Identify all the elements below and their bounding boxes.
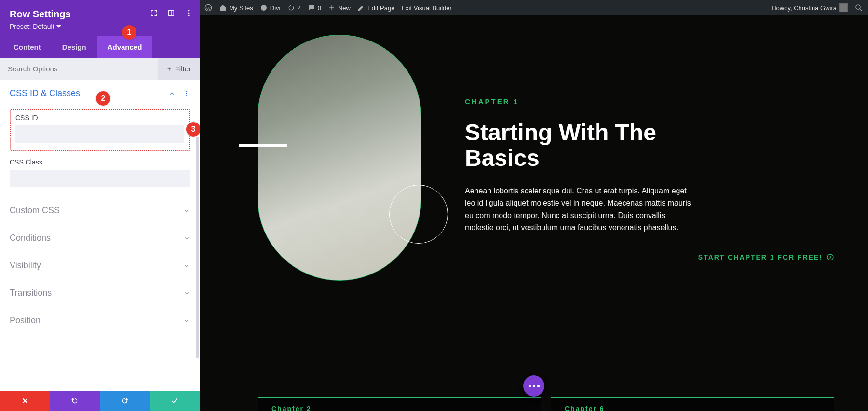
svg-point-0 — [188, 10, 190, 11]
accent-bar — [239, 144, 287, 147]
css-class-input[interactable] — [10, 170, 190, 187]
howdy-user[interactable]: Howdy, Christina Gwira — [772, 3, 848, 12]
main-area: My Sites Divi 2 0 New Edit Page Exit Vis… — [200, 0, 868, 411]
section-position[interactable]: Position — [0, 307, 200, 334]
chevron-down-icon — [56, 25, 61, 28]
hero-image — [258, 35, 421, 281]
cancel-button[interactable] — [0, 391, 50, 411]
undo-button[interactable] — [50, 391, 100, 411]
refresh-icon — [287, 4, 295, 12]
annotation-1: 1 — [122, 25, 136, 40]
kebab-icon[interactable] — [184, 9, 193, 17]
search-bar: Filter — [0, 58, 200, 80]
svg-point-3 — [186, 91, 187, 92]
settings-tabs: Content Design Advanced — [0, 36, 200, 58]
arrow-right-circle-icon — [827, 253, 834, 261]
card-chapter-2[interactable]: Chapter 2 — [258, 397, 541, 411]
pencil-icon — [357, 4, 365, 12]
exit-visual-builder[interactable]: Exit Visual Builder — [401, 4, 452, 12]
svg-point-4 — [186, 93, 187, 94]
close-icon — [21, 397, 29, 405]
cta-link[interactable]: START CHAPTER 1 FOR FREE! — [698, 253, 834, 261]
check-icon — [170, 397, 179, 405]
hero-section: CHAPTER 1 Starting With The Basics Aenea… — [258, 35, 834, 281]
svg-point-1 — [188, 13, 190, 14]
expand-icon[interactable] — [149, 9, 158, 17]
css-id-input[interactable] — [15, 125, 184, 143]
chapter-cards: Chapter 2 Chapter 6 — [258, 397, 834, 411]
css-id-label: CSS ID — [15, 114, 184, 122]
comments-link[interactable]: 0 — [308, 4, 321, 12]
divi-icon — [260, 4, 268, 12]
accent-ring — [389, 185, 448, 244]
chevron-down-icon — [183, 262, 190, 269]
new-link[interactable]: New — [328, 4, 351, 12]
chevron-up-icon — [169, 90, 176, 97]
plus-icon — [328, 4, 336, 12]
search-input[interactable] — [0, 58, 158, 80]
kebab-icon[interactable] — [183, 90, 190, 97]
svg-point-5 — [186, 95, 187, 96]
wp-admin-bar: My Sites Divi 2 0 New Edit Page Exit Vis… — [200, 0, 868, 15]
filter-button[interactable]: Filter — [158, 58, 200, 80]
tab-design[interactable]: Design — [52, 36, 97, 58]
tab-content[interactable]: Content — [0, 36, 52, 58]
svg-point-8 — [856, 5, 860, 9]
redo-icon — [121, 397, 129, 405]
home-icon — [219, 4, 227, 12]
page-canvas: CHAPTER 1 Starting With The Basics Aenea… — [200, 15, 868, 411]
sections-list: CSS ID & Classes 2 CSS ID 3 CSS Class Cu… — [0, 80, 200, 391]
redo-button[interactable] — [100, 391, 150, 411]
wordpress-icon — [204, 4, 212, 12]
card-chapter-6[interactable]: Chapter 6 — [551, 397, 834, 411]
chapter-label: CHAPTER 1 — [465, 97, 834, 106]
headline: Starting With The Basics — [465, 120, 834, 171]
tab-advanced[interactable]: Advanced — [97, 36, 153, 58]
annotation-2: 2 — [96, 91, 110, 106]
preset-selector[interactable]: Preset: Default — [10, 23, 190, 30]
responsive-icon[interactable] — [167, 9, 176, 17]
svg-point-9 — [827, 254, 833, 260]
comment-icon — [308, 4, 315, 12]
hero-text: CHAPTER 1 Starting With The Basics Aenea… — [465, 35, 834, 261]
save-button[interactable] — [150, 391, 200, 411]
builder-fab[interactable] — [523, 375, 544, 397]
wp-logo[interactable] — [204, 4, 212, 12]
search-icon[interactable] — [854, 3, 863, 12]
section-body-css-id: CSS ID 3 CSS Class — [0, 109, 200, 197]
scrollbar[interactable] — [196, 137, 199, 358]
svg-point-2 — [188, 15, 190, 16]
divi-link[interactable]: Divi — [260, 4, 281, 12]
css-id-highlight: CSS ID — [10, 109, 190, 151]
updates-link[interactable]: 2 — [287, 4, 301, 12]
undo-icon — [70, 397, 79, 405]
plus-icon — [166, 66, 172, 72]
hero-paragraph: Aenean lobortis scelerisque dui. Cras ut… — [465, 185, 692, 234]
section-custom-css[interactable]: Custom CSS — [0, 197, 200, 224]
sidebar-footer — [0, 391, 200, 411]
section-conditions[interactable]: Conditions — [0, 224, 200, 252]
svg-point-7 — [261, 5, 267, 11]
css-class-label: CSS Class — [10, 158, 190, 166]
section-visibility[interactable]: Visibility — [0, 252, 200, 279]
chevron-down-icon — [183, 290, 190, 297]
edit-page-link[interactable]: Edit Page — [357, 4, 394, 12]
chevron-down-icon — [183, 207, 190, 214]
avatar — [839, 3, 848, 12]
chevron-down-icon — [183, 235, 190, 242]
settings-sidebar: Row Settings Preset: Default Content Des… — [0, 0, 200, 411]
chevron-down-icon — [183, 317, 190, 324]
section-transitions[interactable]: Transitions — [0, 279, 200, 307]
sidebar-header: Row Settings Preset: Default — [0, 0, 200, 36]
dots-icon — [529, 385, 540, 387]
my-sites-link[interactable]: My Sites — [219, 4, 253, 12]
annotation-3: 3 — [186, 122, 200, 137]
